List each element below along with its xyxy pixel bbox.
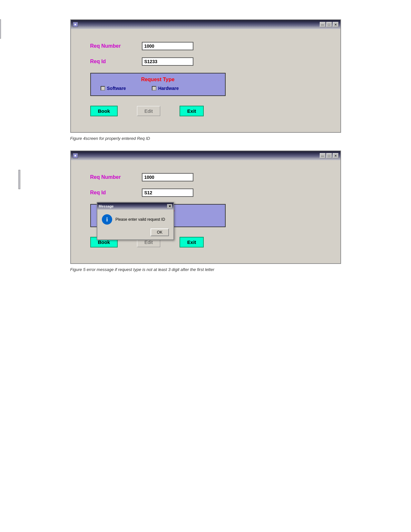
titlebar-controls-2: — □ ✕ xyxy=(320,153,338,158)
request-type-box-1: Request Type Software Hardware xyxy=(90,73,226,96)
close-button-1[interactable]: ✕ xyxy=(333,22,338,27)
left-tab-1 xyxy=(0,19,1,39)
req-number-input-1[interactable] xyxy=(142,42,193,50)
left-tab-2 xyxy=(18,170,20,189)
request-type-title-1: Request Type xyxy=(97,77,219,82)
dialog-body: i Please enter vaild request ID OK xyxy=(97,210,173,239)
dialog-content-row: i Please enter vaild request ID xyxy=(102,214,165,225)
window-1: ■ — □ ✕ Req Number Req Id Request Type S… xyxy=(70,19,341,133)
dialog-titlebar: Message ✕ xyxy=(97,203,173,210)
req-id-label-1: Req Id xyxy=(90,59,142,64)
req-number-row-2: Req Number xyxy=(90,173,321,181)
req-number-input-2[interactable] xyxy=(142,173,193,181)
info-icon: i xyxy=(102,214,112,225)
window-body-1: Req Number Req Id Request Type Software … xyxy=(71,29,340,132)
req-number-label-1: Req Number xyxy=(90,43,142,49)
maximize-button-1[interactable]: □ xyxy=(326,22,332,27)
hardware-option-1[interactable]: Hardware xyxy=(152,86,179,91)
hardware-label-1: Hardware xyxy=(158,86,179,91)
exit-button-1[interactable]: Exit xyxy=(180,106,204,116)
dialog-title: Message xyxy=(99,204,113,208)
software-label-1: Software xyxy=(107,86,126,91)
book-button-1[interactable]: Book xyxy=(90,106,118,116)
req-id-row-1: Req Id xyxy=(90,57,321,66)
minimize-button-2[interactable]: — xyxy=(320,153,326,158)
edit-button-1[interactable]: Edit xyxy=(137,106,160,116)
window-2-wrapper: ■ — □ ✕ Req Number Req Id Request Type xyxy=(19,150,392,264)
req-id-label-2: Req Id xyxy=(90,190,142,196)
software-checkbox-1[interactable] xyxy=(101,86,105,91)
close-button-2[interactable]: ✕ xyxy=(333,153,338,158)
req-id-input-2[interactable] xyxy=(142,189,193,197)
dialog-message-text: Please enter vaild request ID xyxy=(115,217,165,222)
minimize-button-1[interactable]: — xyxy=(320,22,326,27)
titlebar-1: ■ — □ ✕ xyxy=(71,20,340,29)
buttons-row-1: Book Edit Exit xyxy=(90,106,321,116)
caption-1: Figure 4screen for properly entered Req … xyxy=(70,136,341,141)
exit-button-2[interactable]: Exit xyxy=(180,237,204,247)
req-id-row-2: Req Id xyxy=(90,189,321,197)
maximize-button-2[interactable]: □ xyxy=(326,153,332,158)
hardware-checkbox-1[interactable] xyxy=(152,86,156,91)
req-number-label-2: Req Number xyxy=(90,174,142,180)
app-icon-2: ■ xyxy=(73,153,78,158)
request-type-options-1: Software Hardware xyxy=(97,86,219,91)
app-icon: ■ xyxy=(73,22,78,27)
message-dialog: Message ✕ i Please enter vaild request I… xyxy=(97,202,174,240)
titlebar-2: ■ — □ ✕ xyxy=(71,151,340,160)
software-option-1[interactable]: Software xyxy=(101,86,126,91)
req-number-row-1: Req Number xyxy=(90,42,321,50)
dialog-close-button[interactable]: ✕ xyxy=(167,204,172,208)
titlebar-controls-1: — □ ✕ xyxy=(320,22,338,27)
caption-2: Figure 5 error message if request type i… xyxy=(70,267,341,272)
req-id-input-1[interactable] xyxy=(142,57,193,66)
dialog-ok-button[interactable]: OK xyxy=(151,228,169,236)
